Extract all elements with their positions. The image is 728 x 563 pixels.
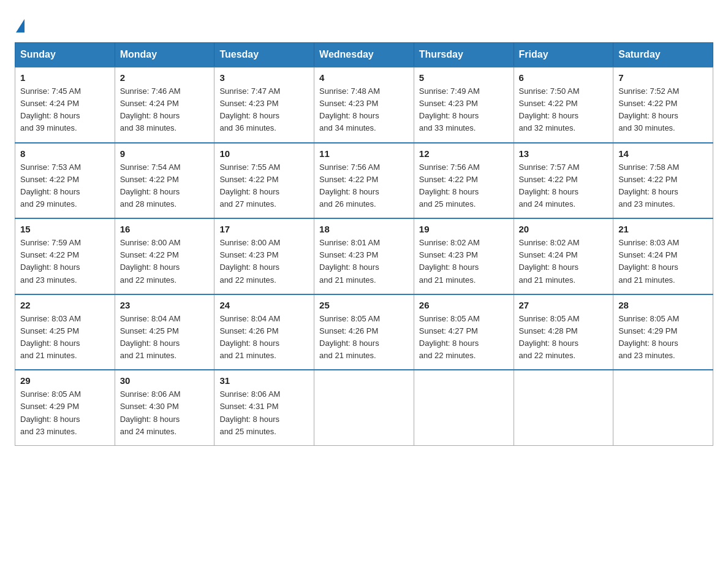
calendar-cell: 3 Sunrise: 7:47 AM Sunset: 4:23 PM Dayli… [214,67,314,143]
day-info: Sunrise: 7:54 AM Sunset: 4:22 PM Dayligh… [120,161,210,211]
day-info: Sunrise: 8:00 AM Sunset: 4:23 PM Dayligh… [219,237,309,286]
day-number: 13 [519,148,609,159]
day-number: 2 [120,72,210,83]
day-info: Sunrise: 7:56 AM Sunset: 4:22 PM Dayligh… [319,161,409,211]
day-number: 22 [20,300,110,310]
day-info: Sunrise: 8:03 AM Sunset: 4:24 PM Dayligh… [618,237,708,286]
day-info: Sunrise: 7:58 AM Sunset: 4:22 PM Dayligh… [618,161,708,211]
day-info: Sunrise: 8:01 AM Sunset: 4:23 PM Dayligh… [319,237,409,286]
header-thursday: Thursday [414,43,514,67]
calendar-cell: 5 Sunrise: 7:49 AM Sunset: 4:23 PM Dayli… [414,67,514,143]
day-number: 20 [519,224,609,234]
calendar-table: Sunday Monday Tuesday Wednesday Thursday… [15,42,713,446]
calendar-cell: 16 Sunrise: 8:00 AM Sunset: 4:22 PM Dayl… [115,218,214,294]
day-number: 19 [419,224,509,234]
calendar-cell: 18 Sunrise: 8:01 AM Sunset: 4:23 PM Dayl… [314,218,414,294]
day-number: 28 [618,300,708,310]
day-number: 8 [20,148,110,159]
calendar-cell: 2 Sunrise: 7:46 AM Sunset: 4:24 PM Dayli… [115,67,214,143]
calendar-cell [314,370,414,445]
day-info: Sunrise: 7:57 AM Sunset: 4:22 PM Dayligh… [519,161,609,211]
header-monday: Monday [115,43,214,67]
day-number: 17 [219,224,309,234]
day-info: Sunrise: 7:47 AM Sunset: 4:23 PM Dayligh… [219,85,309,135]
day-info: Sunrise: 7:53 AM Sunset: 4:22 PM Dayligh… [20,161,110,211]
calendar-cell: 6 Sunrise: 7:50 AM Sunset: 4:22 PM Dayli… [514,67,613,143]
calendar-week-row: 15 Sunrise: 7:59 AM Sunset: 4:22 PM Dayl… [15,218,713,294]
calendar-cell: 12 Sunrise: 7:56 AM Sunset: 4:22 PM Dayl… [414,143,514,219]
day-info: Sunrise: 8:04 AM Sunset: 4:26 PM Dayligh… [219,313,309,362]
day-number: 23 [120,300,210,310]
calendar-cell: 4 Sunrise: 7:48 AM Sunset: 4:23 PM Dayli… [314,67,414,143]
day-info: Sunrise: 7:46 AM Sunset: 4:24 PM Dayligh… [120,85,210,135]
day-info: Sunrise: 8:02 AM Sunset: 4:23 PM Dayligh… [419,237,509,286]
day-number: 9 [120,148,210,159]
calendar-cell: 1 Sunrise: 7:45 AM Sunset: 4:24 PM Dayli… [15,67,115,143]
calendar-cell: 27 Sunrise: 8:05 AM Sunset: 4:28 PM Dayl… [514,294,613,370]
calendar-cell: 20 Sunrise: 8:02 AM Sunset: 4:24 PM Dayl… [514,218,613,294]
calendar-week-row: 22 Sunrise: 8:03 AM Sunset: 4:25 PM Dayl… [15,294,713,370]
calendar-cell: 23 Sunrise: 8:04 AM Sunset: 4:25 PM Dayl… [115,294,214,370]
calendar-cell: 7 Sunrise: 7:52 AM Sunset: 4:22 PM Dayli… [613,67,713,143]
day-number: 27 [519,300,609,310]
calendar-cell: 15 Sunrise: 7:59 AM Sunset: 4:22 PM Dayl… [15,218,115,294]
calendar-cell [414,370,514,445]
day-info: Sunrise: 8:06 AM Sunset: 4:30 PM Dayligh… [120,388,210,438]
calendar-cell: 13 Sunrise: 7:57 AM Sunset: 4:22 PM Dayl… [514,143,613,219]
day-info: Sunrise: 7:52 AM Sunset: 4:22 PM Dayligh… [618,85,708,135]
day-number: 4 [319,72,409,83]
day-info: Sunrise: 8:05 AM Sunset: 4:29 PM Dayligh… [618,313,708,362]
day-info: Sunrise: 8:06 AM Sunset: 4:31 PM Dayligh… [219,388,309,438]
day-number: 29 [20,375,110,386]
day-info: Sunrise: 7:45 AM Sunset: 4:24 PM Dayligh… [20,85,110,135]
calendar-cell: 24 Sunrise: 8:04 AM Sunset: 4:26 PM Dayl… [214,294,314,370]
calendar-cell: 22 Sunrise: 8:03 AM Sunset: 4:25 PM Dayl… [15,294,115,370]
calendar-week-row: 1 Sunrise: 7:45 AM Sunset: 4:24 PM Dayli… [15,67,713,143]
day-number: 15 [20,224,110,234]
day-number: 24 [219,300,309,310]
calendar-cell [613,370,713,445]
day-info: Sunrise: 8:05 AM Sunset: 4:26 PM Dayligh… [319,313,409,362]
day-number: 6 [519,72,609,83]
calendar-cell: 9 Sunrise: 7:54 AM Sunset: 4:22 PM Dayli… [115,143,214,219]
day-info: Sunrise: 8:00 AM Sunset: 4:22 PM Dayligh… [120,237,210,286]
day-info: Sunrise: 7:59 AM Sunset: 4:22 PM Dayligh… [20,237,110,286]
day-number: 26 [419,300,509,310]
day-info: Sunrise: 8:05 AM Sunset: 4:29 PM Dayligh… [20,388,110,438]
calendar-cell: 26 Sunrise: 8:05 AM Sunset: 4:27 PM Dayl… [414,294,514,370]
day-info: Sunrise: 8:04 AM Sunset: 4:25 PM Dayligh… [120,313,210,362]
calendar-week-row: 29 Sunrise: 8:05 AM Sunset: 4:29 PM Dayl… [15,370,713,445]
calendar-header-row: Sunday Monday Tuesday Wednesday Thursday… [15,43,713,67]
calendar-cell: 17 Sunrise: 8:00 AM Sunset: 4:23 PM Dayl… [214,218,314,294]
day-number: 12 [419,148,509,159]
day-info: Sunrise: 8:05 AM Sunset: 4:28 PM Dayligh… [519,313,609,362]
calendar-cell: 10 Sunrise: 7:55 AM Sunset: 4:22 PM Dayl… [214,143,314,219]
calendar-cell: 11 Sunrise: 7:56 AM Sunset: 4:22 PM Dayl… [314,143,414,219]
calendar-week-row: 8 Sunrise: 7:53 AM Sunset: 4:22 PM Dayli… [15,143,713,219]
day-info: Sunrise: 8:03 AM Sunset: 4:25 PM Dayligh… [20,313,110,362]
calendar-cell: 14 Sunrise: 7:58 AM Sunset: 4:22 PM Dayl… [613,143,713,219]
header-sunday: Sunday [15,43,115,67]
day-number: 7 [618,72,708,83]
calendar-cell: 8 Sunrise: 7:53 AM Sunset: 4:22 PM Dayli… [15,143,115,219]
day-info: Sunrise: 8:02 AM Sunset: 4:24 PM Dayligh… [519,237,609,286]
day-info: Sunrise: 8:05 AM Sunset: 4:27 PM Dayligh… [419,313,509,362]
day-number: 30 [120,375,210,386]
calendar-cell: 29 Sunrise: 8:05 AM Sunset: 4:29 PM Dayl… [15,370,115,445]
calendar-cell: 19 Sunrise: 8:02 AM Sunset: 4:23 PM Dayl… [414,218,514,294]
logo [15,15,26,30]
header-friday: Friday [514,43,613,67]
logo-triangle-icon [16,19,25,33]
day-number: 16 [120,224,210,234]
day-number: 21 [618,224,708,234]
day-number: 1 [20,72,110,83]
calendar-cell: 30 Sunrise: 8:06 AM Sunset: 4:30 PM Dayl… [115,370,214,445]
calendar-cell: 31 Sunrise: 8:06 AM Sunset: 4:31 PM Dayl… [214,370,314,445]
page-header [15,15,713,30]
day-info: Sunrise: 7:48 AM Sunset: 4:23 PM Dayligh… [319,85,409,135]
header-wednesday: Wednesday [314,43,414,67]
day-number: 5 [419,72,509,83]
day-number: 3 [219,72,309,83]
day-info: Sunrise: 7:49 AM Sunset: 4:23 PM Dayligh… [419,85,509,135]
day-number: 31 [219,375,309,386]
